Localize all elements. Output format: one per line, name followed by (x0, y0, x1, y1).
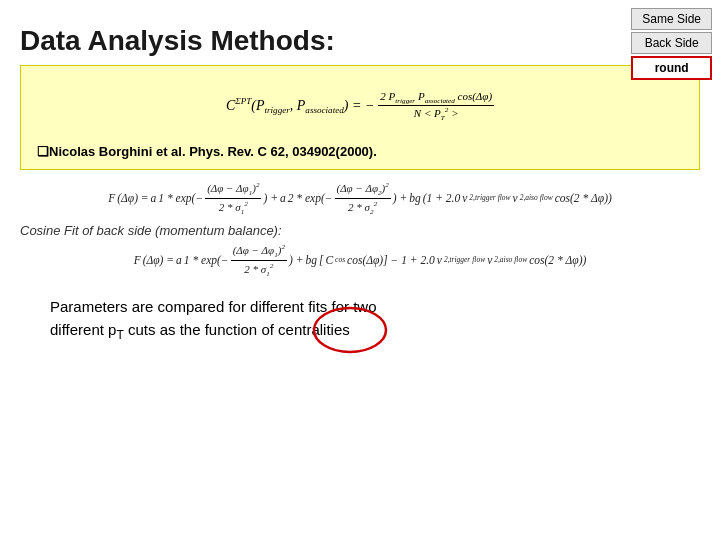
bottom-pT-subscript: T (116, 328, 123, 342)
formula-box: CΣPT(Ptrigger, Passociated) = − 2 Ptrigg… (20, 65, 700, 170)
fit-formula-1: F(Δφ) = a1 * exp(− (Δφ − Δφ1)2 2 * σ12 )… (20, 180, 700, 217)
reference-text: ❑Nicolas Borghini et al. Phys. Rev. C 62… (37, 144, 683, 159)
bottom-line2-prefix: different p (50, 321, 116, 338)
back-side-button[interactable]: Back Side (631, 32, 712, 54)
top-buttons: Same Side Back Side round (631, 8, 712, 80)
bottom-description: Parameters are compared for different fi… (20, 296, 700, 344)
formula-lhs: CΣPT(Ptrigger, Passociated) = − (226, 96, 374, 115)
cosine-formula: F(Δφ) = a1 * exp(− (Δφ − Δφ1)2 2 * σ12 )… (20, 242, 700, 279)
main-formula: CΣPT(Ptrigger, Passociated) = − 2 Ptrigg… (37, 76, 683, 136)
bottom-line1: Parameters are compared for different fi… (50, 298, 377, 315)
slide: Same Side Back Side round Data Analysis … (0, 0, 720, 540)
cosine-fit-label: Cosine Fit of back side (momentum balanc… (20, 223, 700, 238)
formula-fraction: 2 Ptrigger Passociated cos(Δφ) N < PT2 > (378, 90, 494, 122)
round-button[interactable]: round (631, 56, 712, 80)
page-title: Data Analysis Methods: (20, 25, 700, 57)
bottom-line2-suffix: cuts as the function of centralities (124, 321, 350, 338)
same-side-button[interactable]: Same Side (631, 8, 712, 30)
